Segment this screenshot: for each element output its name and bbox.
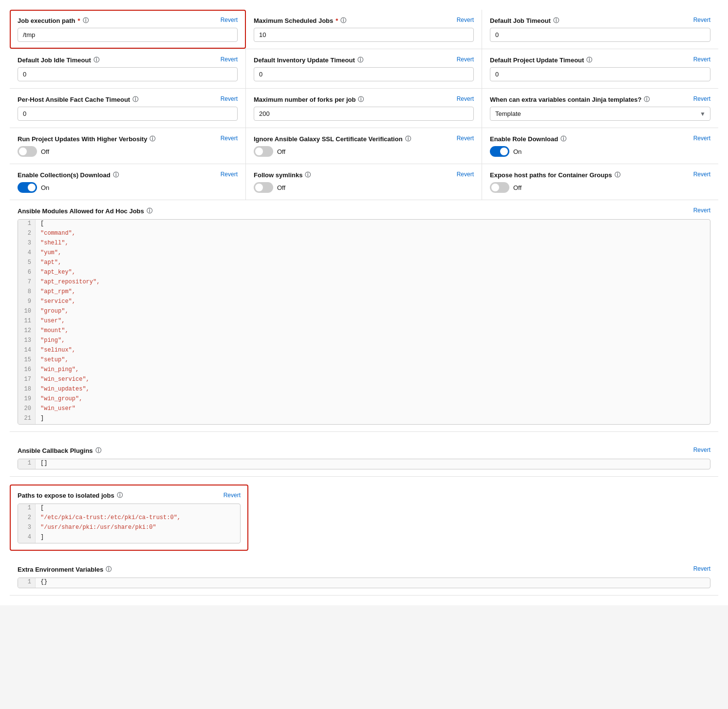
paths-to-expose-section: Paths to expose to isolated jobs ⓘ Rever…	[10, 485, 248, 551]
default-inventory-update-timeout-label: Default Inventory Update Timeout ⓘ	[254, 56, 474, 64]
enable-collections-download-toggle-label: On	[41, 184, 49, 191]
enable-role-download-revert[interactable]: Revert	[693, 135, 710, 142]
extra-env-vars-editor[interactable]: 1{}	[18, 578, 710, 588]
ansible-callback-plugins-editor[interactable]: 1[]	[18, 459, 710, 469]
max-forks-per-job-help-icon[interactable]: ⓘ	[358, 95, 364, 104]
expose-host-paths-toggle-label: Off	[513, 184, 522, 191]
ignore-galaxy-ssl-help-icon[interactable]: ⓘ	[405, 135, 411, 143]
enable-collections-download-help-icon[interactable]: ⓘ	[113, 171, 119, 179]
per-host-fact-cache-timeout-revert[interactable]: Revert	[221, 95, 238, 102]
ansible-modules-label: Ansible Modules Allowed for Ad Hoc Jobs …	[18, 207, 710, 215]
extra-env-vars-revert[interactable]: Revert	[693, 565, 710, 572]
follow-symlinks-revert[interactable]: Revert	[457, 171, 474, 178]
per-host-fact-cache-timeout-label: Per-Host Ansible Fact Cache Timeout ⓘ	[18, 95, 238, 104]
extra-vars-jinja-label: When can extra variables contain Jinja t…	[490, 95, 710, 104]
ansible-callback-plugins-section: Ansible Callback Plugins ⓘ Revert 1[]	[10, 440, 718, 477]
max-forks-per-job-label: Maximum number of forks per job ⓘ	[254, 95, 474, 104]
default-job-idle-timeout-revert[interactable]: Revert	[221, 56, 238, 63]
follow-symlinks-label: Follow symlinks ⓘ	[254, 171, 474, 179]
required-star: *	[77, 17, 80, 24]
expose-host-paths-help-icon[interactable]: ⓘ	[615, 171, 620, 179]
default-job-timeout-revert[interactable]: Revert	[693, 17, 710, 23]
max-scheduled-jobs-label: Maximum Scheduled Jobs * ⓘ	[254, 17, 474, 25]
extra-vars-jinja-select[interactable]: Template Never Always	[490, 107, 710, 121]
expose-host-paths-label: Expose host paths for Container Groups ⓘ	[490, 171, 710, 179]
ansible-callback-plugins-label: Ansible Callback Plugins ⓘ	[18, 447, 710, 455]
enable-collections-download-revert[interactable]: Revert	[221, 171, 238, 178]
enable-role-download-toggle-label: On	[513, 148, 522, 155]
job-execution-path-input[interactable]	[18, 28, 238, 42]
extra-env-vars-section: Extra Environment Variables ⓘ Revert 1{}	[10, 559, 718, 596]
enable-role-download-help-icon[interactable]: ⓘ	[560, 135, 566, 143]
ignore-galaxy-ssl-label: Ignore Ansible Galaxy SSL Certificate Ve…	[254, 135, 474, 143]
follow-symlinks-toggle-label: Off	[277, 184, 285, 191]
run-project-updates-revert[interactable]: Revert	[221, 135, 238, 142]
run-project-updates-toggle[interactable]	[18, 146, 37, 157]
max-scheduled-jobs-required: *	[336, 17, 338, 24]
paths-to-expose-label: Paths to expose to isolated jobs ⓘ	[18, 491, 241, 500]
max-scheduled-jobs-revert[interactable]: Revert	[457, 17, 474, 23]
extra-env-vars-help-icon[interactable]: ⓘ	[106, 565, 112, 574]
default-job-timeout-help-icon[interactable]: ⓘ	[553, 17, 559, 25]
job-execution-path-help-icon[interactable]: ⓘ	[83, 17, 89, 25]
per-host-fact-cache-timeout-input[interactable]	[18, 107, 238, 121]
ansible-modules-editor[interactable]: 1[ 2"command", 3"shell", 4"yum", 5"apt",…	[18, 219, 710, 425]
enable-collections-download-label: Enable Collection(s) Download ⓘ	[18, 171, 238, 179]
default-inventory-update-timeout-help-icon[interactable]: ⓘ	[357, 56, 363, 64]
ansible-modules-section: Ansible Modules Allowed for Ad Hoc Jobs …	[10, 200, 718, 432]
job-execution-path-revert[interactable]: Revert	[221, 17, 238, 23]
ansible-callback-plugins-revert[interactable]: Revert	[693, 447, 710, 453]
expose-host-paths-revert[interactable]: Revert	[693, 171, 710, 178]
paths-to-expose-help-icon[interactable]: ⓘ	[117, 491, 123, 500]
per-host-fact-cache-timeout-help-icon[interactable]: ⓘ	[132, 95, 138, 104]
default-project-update-timeout-input[interactable]	[490, 67, 710, 81]
ansible-modules-revert[interactable]: Revert	[693, 207, 710, 214]
max-scheduled-jobs-help-icon[interactable]: ⓘ	[340, 17, 346, 25]
default-job-idle-timeout-help-icon[interactable]: ⓘ	[93, 56, 99, 64]
enable-role-download-toggle[interactable]	[490, 146, 509, 157]
run-project-updates-toggle-label: Off	[41, 148, 49, 155]
job-execution-path-label: Job execution path * ⓘ	[18, 17, 238, 25]
follow-symlinks-help-icon[interactable]: ⓘ	[305, 171, 311, 179]
enable-role-download-label: Enable Role Download ⓘ	[490, 135, 710, 143]
default-project-update-timeout-revert[interactable]: Revert	[693, 56, 710, 63]
ignore-galaxy-ssl-toggle-label: Off	[277, 148, 285, 155]
ansible-modules-help-icon[interactable]: ⓘ	[147, 207, 152, 215]
paths-to-expose-revert[interactable]: Revert	[224, 492, 241, 499]
default-job-idle-timeout-input[interactable]	[18, 67, 238, 81]
default-project-update-timeout-help-icon[interactable]: ⓘ	[586, 56, 592, 64]
run-project-updates-label: Run Project Updates With Higher Verbosit…	[18, 135, 238, 143]
ignore-galaxy-ssl-toggle[interactable]	[254, 146, 273, 157]
ignore-galaxy-ssl-revert[interactable]: Revert	[457, 135, 474, 142]
default-project-update-timeout-label: Default Project Update Timeout ⓘ	[490, 56, 710, 64]
expose-host-paths-toggle[interactable]	[490, 182, 509, 193]
extra-vars-jinja-revert[interactable]: Revert	[693, 95, 710, 102]
max-scheduled-jobs-input[interactable]	[254, 28, 474, 42]
default-job-idle-timeout-label: Default Job Idle Timeout ⓘ	[18, 56, 238, 64]
max-forks-per-job-revert[interactable]: Revert	[457, 95, 474, 102]
run-project-updates-help-icon[interactable]: ⓘ	[149, 135, 155, 143]
default-inventory-update-timeout-input[interactable]	[254, 67, 474, 81]
extra-env-vars-label: Extra Environment Variables ⓘ	[18, 565, 710, 574]
default-job-timeout-input[interactable]	[490, 28, 710, 42]
max-forks-per-job-input[interactable]	[254, 107, 474, 121]
extra-vars-jinja-help-icon[interactable]: ⓘ	[644, 95, 650, 104]
default-job-timeout-label: Default Job Timeout ⓘ	[490, 17, 710, 25]
ansible-callback-plugins-help-icon[interactable]: ⓘ	[95, 447, 101, 455]
paths-to-expose-editor[interactable]: 1[ 2"/etc/pki/ca-trust:/etc/pki/ca-trust…	[18, 504, 241, 543]
follow-symlinks-toggle[interactable]	[254, 182, 273, 193]
default-inventory-update-timeout-revert[interactable]: Revert	[457, 56, 474, 63]
enable-collections-download-toggle[interactable]	[18, 182, 37, 193]
